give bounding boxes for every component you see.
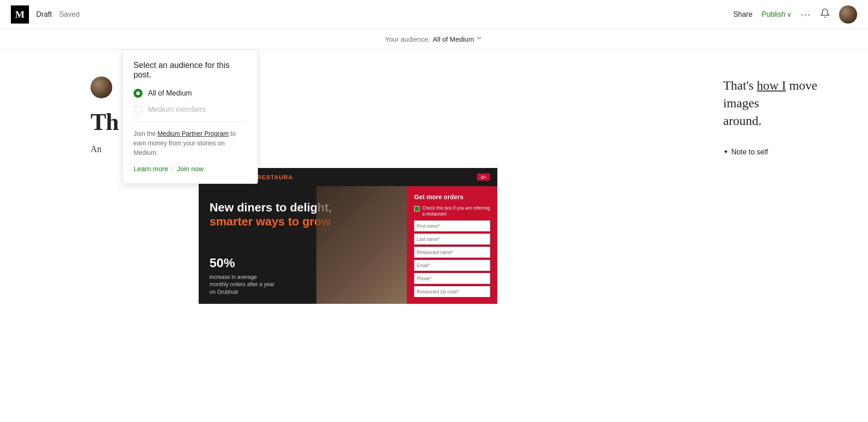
note-star-icon: ✦ xyxy=(723,148,729,156)
ad-checkbox[interactable] xyxy=(414,206,420,211)
audience-dropdown-popup: Select an audience for this post. All of… xyxy=(122,49,258,184)
more-options-button[interactable]: ··· xyxy=(801,9,811,19)
audience-option-all[interactable]: All of Medium xyxy=(134,89,247,98)
action-links: Learn more | Join now xyxy=(134,165,247,173)
ad-phone-input[interactable] xyxy=(414,273,490,284)
ad-form-section: Get more orders Check this box if you ar… xyxy=(407,186,497,304)
partner-program-link[interactable]: Medium Partner Program xyxy=(157,130,229,137)
draft-label: Draft xyxy=(36,10,52,19)
ad-stat-description: increase in average monthly orders after… xyxy=(210,273,277,296)
notifications-button[interactable] xyxy=(820,8,830,20)
learn-more-link[interactable]: Learn more xyxy=(134,165,168,173)
ad-restaurant-input[interactable] xyxy=(414,247,490,258)
header: M Draft Saved Share Publish ∨ ··· xyxy=(0,0,868,29)
separator: | xyxy=(172,165,173,173)
join-now-link[interactable]: Join now xyxy=(177,165,204,173)
audience-value: All of Medium xyxy=(433,35,474,43)
publish-chevron-icon: ∨ xyxy=(787,11,792,18)
radio-medium-members[interactable] xyxy=(134,105,143,114)
ad-main: New diners to delight, smarter ways to g… xyxy=(199,186,497,304)
ad-form-title: Get more orders xyxy=(414,193,490,201)
header-right: Share Publish ∨ ··· xyxy=(733,5,857,24)
right-sidebar: That's how I move images around. ✦ Note … xyxy=(696,49,868,420)
ad-firstname-input[interactable] xyxy=(414,221,490,231)
medium-members-label: Medium members xyxy=(148,106,206,114)
bell-icon xyxy=(820,8,830,18)
ad-checkbox-label: Check this box if you are referring a re… xyxy=(422,205,490,217)
ad-percent-symbol: % xyxy=(224,256,235,270)
radio-all-medium[interactable] xyxy=(134,89,143,98)
share-button[interactable]: Share xyxy=(733,10,753,19)
ad-lastname-input[interactable] xyxy=(414,234,490,245)
saved-label: Saved xyxy=(59,10,80,19)
audience-label: Your audience: xyxy=(385,35,430,43)
ad-email-input[interactable] xyxy=(414,260,490,271)
editor-area: Select an audience for this post. All of… xyxy=(0,49,696,420)
note-to-self-area: ✦ Note to self xyxy=(723,148,850,156)
ad-plus-button[interactable]: d+ xyxy=(477,173,490,181)
audience-option-members[interactable]: Medium members xyxy=(134,105,247,114)
avatar[interactable] xyxy=(839,5,857,24)
publish-button[interactable]: Publish ∨ xyxy=(762,10,792,19)
ad-checkbox-row: Check this box if you are referring a re… xyxy=(414,205,490,217)
partner-text: Join the Medium Partner Program to earn … xyxy=(134,129,247,158)
ad-zip-input[interactable] xyxy=(414,286,490,297)
ad-container: GRUBHUB FOR RESTAURA d+ New diners to de… xyxy=(199,168,497,304)
audience-bar: Your audience: All of Medium xyxy=(0,29,868,49)
chevron-down-icon xyxy=(476,34,483,42)
main-content: Select an audience for this post. All of… xyxy=(0,49,868,420)
dropdown-divider xyxy=(134,121,247,122)
dropdown-title: Select an audience for this post. xyxy=(134,61,247,80)
header-left: M Draft Saved xyxy=(11,5,733,24)
ad-photo-area xyxy=(316,186,407,304)
right-article-text: That's how I move images around. xyxy=(723,77,850,130)
audience-dropdown-button[interactable] xyxy=(476,34,483,43)
medium-logo: M xyxy=(11,5,29,24)
note-to-self-label[interactable]: Note to self xyxy=(731,148,768,156)
author-avatar xyxy=(91,77,112,98)
all-medium-label: All of Medium xyxy=(148,89,192,97)
